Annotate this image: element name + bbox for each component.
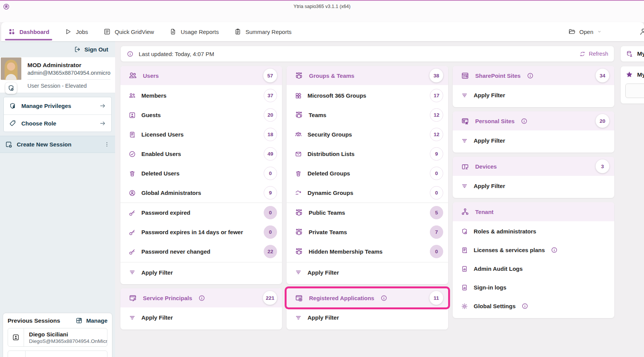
database-person-icon — [625, 50, 633, 58]
info-icon — [527, 72, 534, 79]
tab-summary-reports[interactable]: Summary Reports — [234, 22, 292, 41]
choose-role-button[interactable]: Choose Role — [4, 114, 111, 132]
info-icon — [521, 117, 528, 125]
card-title: Devices — [475, 163, 497, 170]
dashboard-column-1: Users57Members37Guests20Licensed Users18… — [120, 66, 282, 330]
row-private-teams[interactable]: Private Teams7 — [287, 222, 448, 242]
users-header[interactable]: Users57 — [120, 66, 282, 85]
groups-teams-header[interactable]: Groups & Teams38 — [287, 66, 448, 85]
tab-quick-gridview[interactable]: Quick GridView — [103, 22, 154, 41]
key-icon — [128, 248, 136, 256]
signin-log-icon — [461, 284, 468, 291]
tab-jobs[interactable]: Jobs — [64, 22, 88, 41]
card-tenant: TenantRoles & administratorsLicenses & s… — [453, 202, 614, 318]
registered-applications-header[interactable]: Registered Applications11 — [287, 288, 448, 307]
account-person-icon[interactable] — [639, 27, 644, 36]
tab-usage-reports[interactable]: Usage Reports — [169, 22, 219, 41]
manage-label: Manage — [86, 317, 107, 324]
row-deleted-users[interactable]: Deleted Users0 — [120, 164, 282, 183]
card-count-badge: 20 — [596, 114, 609, 128]
row-count-badge: 17 — [430, 89, 443, 102]
window-title: Ytria sapio365 v3.1.1 (x64) — [0, 4, 644, 9]
previous-session-item[interactable]: Diego SicilianiDiegoS@M365x88704954.OnMi… — [8, 328, 107, 347]
tab-dashboard[interactable]: Dashboard — [8, 22, 49, 41]
users-apply-filter[interactable]: Apply Filter — [120, 262, 282, 282]
sharepoint-sites-header[interactable]: SharePoint Sites34 — [453, 66, 614, 85]
row-admin-audit-logs[interactable]: Admin Audit Logs — [453, 259, 614, 278]
kebab-menu-icon[interactable] — [104, 141, 110, 148]
row-password-expired[interactable]: Password expired0 — [120, 203, 282, 222]
registered-applications-apply-filter[interactable]: Apply Filter — [287, 307, 448, 328]
card-title: Tenant — [475, 209, 493, 215]
dashboard-icon — [8, 28, 16, 35]
row-security-groups[interactable]: Security Groups12 — [287, 125, 448, 144]
my-favorites-card[interactable]: My f — [620, 66, 644, 104]
session-text: Diego SicilianiDiegoS@M365x88704954.OnMi… — [24, 331, 107, 344]
groups-teams-apply-filter[interactable]: Apply Filter — [287, 262, 448, 282]
row-licenses-services-plans[interactable]: Licenses & services plans — [453, 241, 614, 259]
row-members[interactable]: Members37 — [120, 86, 282, 105]
row-label: Members — [141, 92, 167, 99]
row-count-badge: 20 — [264, 108, 277, 122]
teams-icon — [295, 228, 303, 236]
info-icon — [198, 294, 205, 302]
manage-sessions-button[interactable]: Manage — [75, 317, 107, 324]
row-public-teams[interactable]: Public Teams5 — [287, 203, 448, 222]
open-button[interactable]: Open — [568, 28, 602, 35]
create-session-icon — [5, 141, 13, 148]
card-title: Service Principals — [143, 295, 192, 301]
row-password-expires-in-14-days-or-fewer[interactable]: Password expires in 14 days or fewer0 — [120, 222, 282, 242]
card-count-badge: 57 — [263, 69, 277, 82]
tab-label: Jobs — [76, 29, 88, 35]
row-guests[interactable]: Guests20 — [120, 105, 282, 125]
refresh-button[interactable]: Refresh — [579, 51, 608, 57]
row-label: Password expired — [141, 209, 190, 216]
devices-header[interactable]: Devices3 — [453, 157, 614, 176]
row-password-never-changed[interactable]: Password never changed22 — [120, 242, 282, 261]
card-title: Users — [143, 72, 159, 79]
sharepoint-sites-apply-filter[interactable]: Apply Filter — [453, 85, 614, 105]
previous-session-list: Diego SicilianiDiegoS@M365x88704954.OnMi… — [8, 328, 107, 357]
row-distribution-lists[interactable]: Distribution Lists9 — [287, 144, 448, 164]
create-new-session-button[interactable]: Create New Session — [0, 136, 115, 153]
row-dynamic-groups[interactable]: Dynamic Groups0 — [287, 183, 448, 203]
devices-apply-filter[interactable]: Apply Filter — [453, 176, 614, 196]
apply-filter-label: Apply Filter — [141, 314, 173, 321]
card-rows: Microsoft 365 Groups17Teams12Security Gr… — [287, 85, 448, 262]
session-avatar-cell — [8, 351, 26, 357]
service-principals-apply-filter[interactable]: Apply Filter — [120, 307, 282, 328]
row-enabled-users[interactable]: Enabled Users49 — [120, 144, 282, 164]
teams-icon — [295, 208, 303, 217]
shield-check-icon — [461, 228, 468, 235]
manage-grid-icon — [75, 317, 83, 324]
row-microsoft-365-groups[interactable]: Microsoft 365 Groups17 — [287, 86, 448, 105]
dashboard-column-2: Groups & Teams38Microsoft 365 Groups17Te… — [287, 66, 448, 330]
folder-icon — [568, 28, 576, 35]
row-roles-administrators[interactable]: Roles & administrators — [453, 222, 614, 241]
tab-label: Summary Reports — [245, 29, 292, 35]
row-teams[interactable]: Teams12 — [287, 105, 448, 125]
sign-out-button[interactable]: Sign Out — [0, 41, 115, 57]
row-label: Deleted Groups — [308, 170, 350, 177]
my-data-card[interactable]: My D — [620, 46, 644, 62]
previous-sessions-card: Previous Sessions Manage Diego Siciliani… — [3, 313, 112, 357]
row-deleted-groups[interactable]: Deleted Groups0 — [287, 164, 448, 183]
favorites-input[interactable] — [625, 84, 644, 98]
row-label: Teams — [309, 112, 326, 118]
card-title: Personal Sites — [475, 118, 514, 124]
personal-sites-apply-filter[interactable]: Apply Filter — [453, 130, 614, 151]
tenant-header[interactable]: Tenant — [453, 202, 614, 221]
row-count-badge: 0 — [430, 167, 443, 180]
manage-privileges-button[interactable]: Manage Privileges — [4, 97, 111, 114]
row-licensed-users[interactable]: Licensed Users18 — [120, 125, 282, 144]
row-global-settings[interactable]: Global Settings — [453, 297, 614, 315]
row-sign-in-logs[interactable]: Sign-in logs — [453, 278, 614, 297]
service-principals-header[interactable]: Service Principals221 — [120, 288, 282, 307]
row-hidden-membership-teams[interactable]: Hidden Membership Teams0 — [287, 242, 448, 261]
previous-session-item[interactable]: Paul Smit — [8, 351, 107, 357]
row-label: Admin Audit Logs — [474, 265, 523, 272]
row-global-administrators[interactable]: Global Administrators9 — [120, 183, 282, 203]
personal-sites-header[interactable]: Personal Sites20 — [453, 111, 614, 130]
tab-label: Usage Reports — [181, 29, 219, 35]
apply-filter-label: Apply Filter — [308, 314, 339, 321]
